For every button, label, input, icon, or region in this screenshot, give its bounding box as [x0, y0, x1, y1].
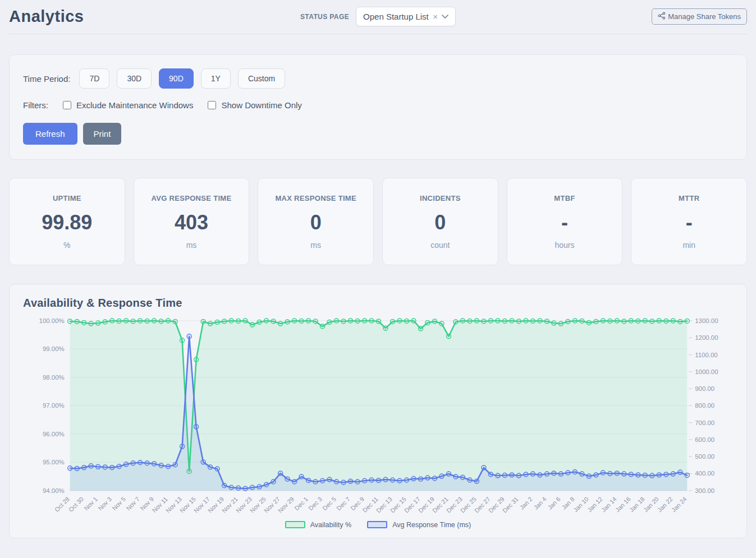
chevron-down-icon[interactable]	[442, 15, 448, 19]
exclude-maintenance-label: Exclude Maintenance Windows	[76, 100, 193, 110]
legend-item-availability: Availability %	[285, 521, 351, 529]
exclude-maintenance-checkbox-item: Exclude Maintenance Windows	[63, 100, 193, 110]
svg-text:Oct 30: Oct 30	[67, 496, 85, 513]
status-page-label: STATUS PAGE	[300, 13, 349, 21]
header-divider	[9, 34, 747, 34]
svg-text:98.00%: 98.00%	[43, 374, 65, 381]
filters-panel: Time Period: 7D 30D 90D 1Y Custom Filter…	[9, 54, 747, 160]
svg-text:1000.00: 1000.00	[695, 368, 718, 375]
stat-card-max-response: MAX RESPONSE TIME 0 ms	[258, 178, 374, 265]
exclude-maintenance-checkbox[interactable]	[63, 101, 71, 109]
svg-text:600.00: 600.00	[695, 436, 714, 443]
stat-card-mtbf: MTBF - hours	[507, 178, 623, 265]
svg-text:Jan 22: Jan 22	[656, 496, 674, 514]
svg-text:99.00%: 99.00%	[43, 345, 65, 352]
svg-text:Jan 24: Jan 24	[670, 496, 688, 514]
svg-text:Jan 2: Jan 2	[518, 496, 533, 511]
svg-text:96.00%: 96.00%	[43, 431, 65, 437]
stat-card-incidents: INCIDENTS 0 count	[382, 178, 498, 265]
chart-legend: Availability % Avg Response Time (ms)	[23, 521, 733, 529]
svg-text:800.00: 800.00	[695, 402, 714, 409]
svg-text:100.00%: 100.00%	[39, 317, 65, 324]
legend-item-response-time: Avg Response Time (ms)	[367, 521, 471, 529]
stat-label: MTTR	[636, 194, 742, 202]
clear-selection-icon[interactable]: ×	[433, 12, 438, 21]
manage-share-tokens-label: Manage Share Tokens	[668, 12, 741, 21]
stat-label: AVG RESPONSE TIME	[139, 194, 245, 202]
stat-card-avg-response: AVG RESPONSE TIME 403 ms	[134, 178, 250, 265]
refresh-button[interactable]: Refresh	[23, 123, 77, 145]
time-period-group: 7D 30D 90D 1Y Custom	[79, 68, 285, 89]
status-page-selected-value: Open Startup List	[363, 12, 429, 21]
svg-text:Dec 5: Dec 5	[321, 496, 337, 512]
manage-share-tokens-button[interactable]: Manage Share Tokens	[652, 8, 747, 25]
chart-wrap: 94.00%95.00%96.00%97.00%98.00%99.00%100.…	[23, 315, 733, 520]
status-page-select[interactable]: Open Startup List ×	[356, 7, 456, 26]
svg-text:900.00: 900.00	[695, 385, 714, 392]
svg-text:700.00: 700.00	[695, 419, 714, 426]
svg-text:Nov 3: Nov 3	[97, 496, 113, 512]
stat-value: -	[512, 211, 618, 234]
stat-unit: min	[636, 241, 742, 250]
filters-label: Filters:	[23, 100, 48, 110]
svg-text:500.00: 500.00	[695, 453, 714, 460]
svg-text:Nov 7: Nov 7	[125, 496, 141, 512]
chart-panel: Availability & Response Time 94.00%95.00…	[9, 284, 747, 538]
show-downtime-checkbox[interactable]	[208, 101, 216, 109]
svg-text:Dec 31: Dec 31	[501, 496, 520, 514]
time-period-row: Time Period: 7D 30D 90D 1Y Custom	[23, 68, 733, 89]
svg-text:Jan 20: Jan 20	[642, 496, 660, 514]
page-title: Analytics	[9, 7, 84, 25]
svg-text:Jan 14: Jan 14	[600, 496, 618, 514]
filters-row: Filters: Exclude Maintenance Windows Sho…	[23, 100, 733, 110]
stat-unit: count	[387, 241, 493, 250]
svg-text:400.00: 400.00	[695, 470, 714, 477]
stat-card-uptime: UPTIME 99.89 %	[9, 178, 125, 265]
stat-label: MAX RESPONSE TIME	[263, 194, 369, 202]
stat-unit: %	[14, 241, 120, 250]
period-button-30d[interactable]: 30D	[117, 68, 152, 89]
svg-text:Jan 18: Jan 18	[628, 496, 646, 514]
svg-text:94.00%: 94.00%	[43, 487, 65, 494]
response-time-legend-swatch	[367, 521, 387, 528]
period-button-7d[interactable]: 7D	[79, 68, 109, 89]
share-icon	[658, 12, 666, 21]
availability-response-chart: 94.00%95.00%96.00%97.00%98.00%99.00%100.…	[23, 315, 733, 520]
stat-card-mttr: MTTR - min	[631, 178, 747, 265]
stat-value: 0	[387, 211, 493, 234]
svg-text:Dec 1: Dec 1	[293, 496, 309, 512]
svg-text:Jan 4: Jan 4	[532, 496, 547, 511]
svg-text:1100.00: 1100.00	[695, 352, 718, 358]
svg-text:Dec 3: Dec 3	[307, 496, 323, 512]
svg-text:Oct 28: Oct 28	[53, 496, 71, 513]
period-button-custom[interactable]: Custom	[238, 68, 285, 89]
stat-label: MTBF	[512, 194, 618, 202]
svg-text:1200.00: 1200.00	[695, 334, 718, 341]
svg-text:Jan 12: Jan 12	[586, 496, 604, 514]
show-downtime-label: Show Downtime Only	[221, 100, 301, 110]
svg-text:Jan 16: Jan 16	[614, 496, 632, 514]
svg-text:Jan 6: Jan 6	[546, 496, 561, 511]
show-downtime-checkbox-item: Show Downtime Only	[208, 100, 301, 110]
svg-text:97.00%: 97.00%	[43, 402, 65, 409]
stat-unit: hours	[512, 241, 618, 250]
stats-row: UPTIME 99.89 % AVG RESPONSE TIME 403 ms …	[9, 178, 747, 265]
svg-text:Jan 10: Jan 10	[572, 496, 590, 514]
status-page-selector: STATUS PAGE Open Startup List ×	[300, 7, 456, 26]
print-button[interactable]: Print	[83, 123, 122, 145]
stat-value: -	[636, 211, 742, 234]
period-button-1y[interactable]: 1Y	[201, 68, 231, 89]
analytics-page: Analytics STATUS PAGE Open Startup List …	[0, 0, 756, 538]
availability-legend-label: Availability %	[310, 521, 351, 529]
stat-value: 0	[263, 211, 369, 234]
stat-value: 403	[139, 211, 245, 234]
svg-text:1300.00: 1300.00	[695, 317, 718, 324]
svg-text:Nov 1: Nov 1	[83, 496, 99, 512]
availability-legend-swatch	[285, 521, 305, 528]
svg-text:Nov 29: Nov 29	[277, 496, 295, 514]
stat-label: UPTIME	[14, 194, 120, 202]
stat-value: 99.89	[14, 211, 120, 234]
period-button-90d[interactable]: 90D	[159, 68, 194, 89]
chart-title: Availability & Response Time	[23, 297, 733, 310]
svg-text:95.00%: 95.00%	[43, 459, 65, 465]
